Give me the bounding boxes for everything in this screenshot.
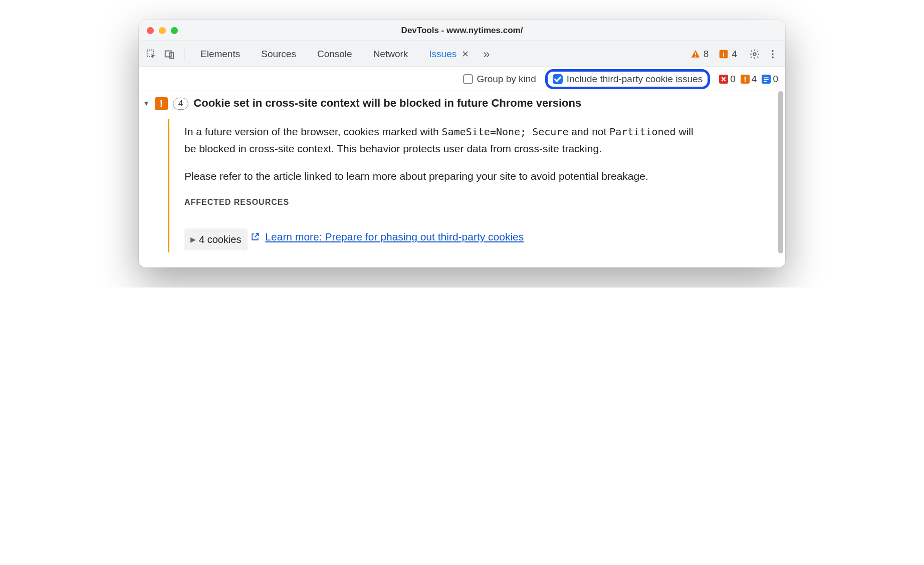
affected-resources-label: AFFECTED RESOURCES [184,196,694,209]
warning-badge-icon [741,75,750,84]
svg-point-10 [772,53,774,55]
top-warning-badge[interactable]: 8 [690,49,709,60]
svg-point-9 [772,50,774,52]
checkbox-unchecked-icon [463,74,473,84]
info-square-icon [719,49,729,59]
scrollbar[interactable] [778,91,783,267]
tab-elements[interactable]: Elements [191,41,249,67]
titlebar: DevTools - www.nytimes.com/ [139,20,785,41]
issue-title: Cookie set in cross-site context will be… [193,97,581,110]
issue-description-2: Please refer to the article linked to le… [184,168,694,185]
divider [184,47,184,61]
tab-network[interactable]: Network [364,41,417,67]
issue-severity-icon: ! [155,97,168,110]
code-partitioned: Partitioned [609,126,675,138]
group-by-kind-checkbox[interactable]: Group by kind [463,74,536,85]
warning-counter[interactable]: 4 [741,74,757,85]
svg-rect-1 [165,51,171,57]
svg-rect-16 [764,81,767,82]
more-tabs-icon[interactable]: » [483,47,490,61]
issue-description-1: In a future version of the browser, cook… [184,123,694,157]
tab-sources[interactable]: Sources [252,41,305,67]
top-info-badge[interactable]: 4 [719,49,737,60]
more-menu-icon[interactable] [765,47,780,62]
devtools-window: DevTools - www.nytimes.com/ Elements Sou… [139,20,785,267]
svg-rect-4 [695,56,696,57]
svg-rect-12 [745,77,746,80]
include-third-party-highlight: Include third-party cookie issues [545,69,710,89]
close-window-icon[interactable] [147,27,154,34]
issue-body: In a future version of the browser, cook… [168,119,709,252]
info-badge-icon [762,75,771,84]
issue-kind-counters: 0 4 0 [719,74,778,85]
inspect-icon[interactable] [144,47,159,62]
svg-rect-6 [724,52,725,53]
collapse-arrow-icon[interactable]: ▼ [143,99,150,107]
info-counter[interactable]: 0 [762,74,778,85]
settings-gear-icon[interactable] [747,47,762,62]
main-tabbar: Elements Sources Console Network Issues … [139,41,785,67]
checkbox-checked-icon [553,74,563,84]
cookies-count-label: 4 cookies [199,231,242,247]
fullscreen-window-icon[interactable] [171,27,178,34]
expand-triangle-icon: ▶ [190,234,196,245]
learn-more-link[interactable]: Learn more: Prepare for phasing out thir… [250,228,524,245]
external-link-icon [250,232,260,242]
close-tab-icon[interactable]: ✕ [461,49,469,60]
traffic-lights [147,27,178,34]
group-by-kind-label: Group by kind [477,74,536,85]
issue-header-row[interactable]: ▼ ! 4 Cookie set in cross-site context w… [143,96,778,110]
svg-rect-15 [764,79,769,80]
svg-rect-14 [764,77,769,78]
svg-rect-3 [695,52,696,55]
minimize-window-icon[interactable] [159,27,166,34]
tab-console[interactable]: Console [308,41,361,67]
window-title: DevTools - www.nytimes.com/ [139,26,785,36]
code-samesite: SameSite=None; Secure [442,126,569,138]
tab-issues[interactable]: Issues ✕ [420,41,478,67]
error-counter[interactable]: 0 [719,74,736,85]
issue-count-pill: 4 [173,98,188,110]
svg-point-8 [753,53,756,56]
include-third-party-label: Include third-party cookie issues [567,74,703,85]
issues-content: ▼ ! 4 Cookie set in cross-site context w… [139,91,785,267]
svg-point-11 [772,56,774,58]
svg-rect-7 [724,53,725,57]
warning-triangle-icon [690,49,701,59]
error-badge-icon [719,75,728,84]
svg-rect-13 [745,80,746,81]
include-third-party-checkbox[interactable]: Include third-party cookie issues [553,74,703,85]
cookies-expander[interactable]: ▶ 4 cookies [184,228,248,250]
device-toggle-icon[interactable] [162,47,177,62]
issues-toolbar: Group by kind Include third-party cookie… [139,67,785,91]
learn-more-text: Learn more: Prepare for phasing out thir… [265,228,524,245]
